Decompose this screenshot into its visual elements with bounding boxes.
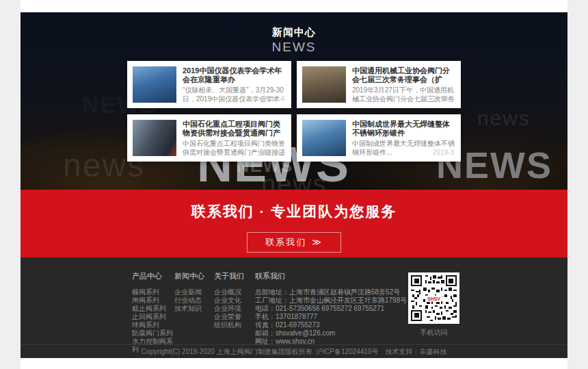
contact-line-phone: 电话：021-57350656 69755272 69755271	[255, 305, 407, 313]
contact-cta-band: 联系我们 · 专业团队为您服务 联系我们≫	[21, 190, 567, 257]
footer-link[interactable]: 企业概况	[214, 288, 255, 296]
footer-columns: 产品中心 蝶阀系列 闸阀系列 截止阀系列 止回阀系列 球阀系列 防腐阀门系列 水…	[21, 257, 567, 354]
news-title: 中国制成世界最大无焊缝整体不锈钢环形锻件	[352, 120, 455, 138]
footer-column-about: 关于我们 企业概况 企业文化 企业环境 企业荣誉 组织机构	[214, 271, 255, 354]
footer-link[interactable]: 止回阀系列	[132, 313, 174, 321]
news-thumbnail	[302, 120, 346, 156]
section-subtitle: NEWS	[21, 40, 567, 55]
qr-code: SHSV	[408, 272, 459, 324]
footer-link[interactable]: 企业荣誉	[214, 313, 255, 321]
news-date: 2019-3	[263, 149, 284, 156]
news-thumbnail	[133, 120, 176, 156]
contact-us-button-label: 联系我们	[265, 237, 306, 247]
contact-us-button[interactable]: 联系我们≫	[247, 232, 341, 253]
news-title: 中国石化重点工程项目阀门类物资供需对接会暨贯通阀门产业链推进会顺利召开	[183, 120, 286, 138]
footer-link[interactable]: 蝶阀系列	[132, 288, 174, 296]
news-card-text: 中国石化重点工程项目阀门类物资供需对接会暨贯通阀门产业链推进会顺利召开 中国石化…	[183, 120, 286, 156]
news-card-grid: 2019中国仪器仪表学会学术年会在京隆重举办 “仪脉相承、大国重器”，3月29-…	[127, 61, 461, 162]
copyright-bar: Copyright(C) 2019-2020 上海上阀阀门制造集团版权所有. 沪…	[21, 344, 567, 358]
footer-link[interactable]: 行业动态	[174, 296, 214, 305]
double-chevron-right-icon: ≫	[312, 237, 323, 247]
news-card[interactable]: 中国石化重点工程项目阀门类物资供需对接会暨贯通阀门产业链推进会顺利召开 中国石化…	[127, 114, 291, 162]
footer-column-products: 产品中心 蝶阀系列 闸阀系列 截止阀系列 止回阀系列 球阀系列 防腐阀门系列 水…	[132, 271, 174, 354]
footer-column-title: 产品中心	[132, 271, 174, 281]
contact-line-email: 邮箱：shsvalve@126.com	[255, 329, 407, 338]
footer-column-contact: 联系我们 总部地址：上海市青浦区赵巷镇芦沈路58弄52号 工厂地址：上海市金山枫…	[255, 271, 407, 354]
page-wrapper: news NEWS NEWS NEWS news news NEWS 新闻中心 …	[21, 0, 567, 369]
news-title: 中国通用机械工业协会阀门分会七届三次常务理事会（扩大）会议在杭州召开	[352, 66, 455, 84]
news-thumbnail	[133, 66, 176, 103]
footer-link[interactable]: 截止阀系列	[132, 305, 174, 313]
contact-line-fax: 传真：021-69755273	[255, 321, 407, 329]
footer-column-title: 联系我们	[255, 271, 407, 281]
news-thumbnail	[302, 66, 346, 103]
footer-link[interactable]: 组织机构	[214, 321, 255, 329]
news-card[interactable]: 2019中国仪器仪表学会学术年会在京隆重举办 “仪脉相承、大国重器”，3月29-…	[127, 61, 291, 108]
qr-block: SHSV 手机访问	[408, 272, 459, 338]
contact-line-mobile: 手机：13701878777	[255, 313, 407, 321]
qr-center-logo: SHSV	[426, 295, 442, 301]
contact-line-hq-address: 总部地址：上海市青浦区赵巷镇芦沈路58弄52号	[255, 288, 407, 296]
footer-link[interactable]: 球阀系列	[132, 321, 174, 329]
news-card-text: 2019中国仪器仪表学会学术年会在京隆重举办 “仪脉相承、大国重器”，3月29-…	[183, 66, 286, 103]
news-section: news NEWS NEWS NEWS news news NEWS 新闻中心 …	[21, 12, 567, 190]
news-watermark: news	[477, 108, 531, 129]
news-watermark: news	[261, 171, 328, 190]
news-date: 2019-3	[433, 149, 454, 156]
news-card-text: 中国制成世界最大无焊缝整体不锈钢环形锻件 中国制成世界最大无焊缝整体不锈钢环形锻…	[352, 120, 455, 156]
footer-link[interactable]: 闸阀系列	[132, 296, 174, 305]
section-header: 新闻中心 NEWS	[21, 12, 567, 55]
footer-link[interactable]: 企业文化	[214, 296, 255, 305]
news-card-text: 中国通用机械工业协会阀门分会七届三次常务理事会（扩大）会议在杭州召开 2019年…	[352, 66, 455, 103]
footer-column-news: 新闻中心 企业新闻 行业动态 技术知识	[174, 271, 214, 354]
news-date: 2019-4	[433, 95, 454, 103]
footer-link[interactable]: 技术知识	[174, 305, 214, 313]
contact-line-factory-address: 工厂地址：上海市金山枫泾开发区王圩东路1798号	[255, 296, 407, 305]
section-title: 新闻中心	[21, 26, 567, 39]
footer-link[interactable]: 企业环境	[214, 305, 255, 313]
footer-column-title: 关于我们	[214, 271, 255, 281]
qr-caption: 手机访问	[408, 328, 459, 338]
news-date: 2019-4	[263, 95, 284, 103]
news-title: 2019中国仪器仪表学会学术年会在京隆重举办	[183, 66, 286, 84]
news-card[interactable]: 中国通用机械工业协会阀门分会七届三次常务理事会（扩大）会议在杭州召开 2019年…	[297, 61, 461, 108]
footer-column-title: 新闻中心	[174, 271, 214, 281]
footer-link[interactable]: 防腐阀门系列	[132, 329, 174, 338]
news-card[interactable]: 中国制成世界最大无焊缝整体不锈钢环形锻件 中国制成世界最大无焊缝整体不锈钢环形锻…	[297, 114, 461, 162]
cta-heading: 联系我们 · 专业团队为您服务	[21, 202, 567, 221]
footer-link[interactable]: 企业新闻	[174, 288, 214, 296]
footer: 产品中心 蝶阀系列 闸阀系列 截止阀系列 止回阀系列 球阀系列 防腐阀门系列 水…	[21, 257, 567, 358]
